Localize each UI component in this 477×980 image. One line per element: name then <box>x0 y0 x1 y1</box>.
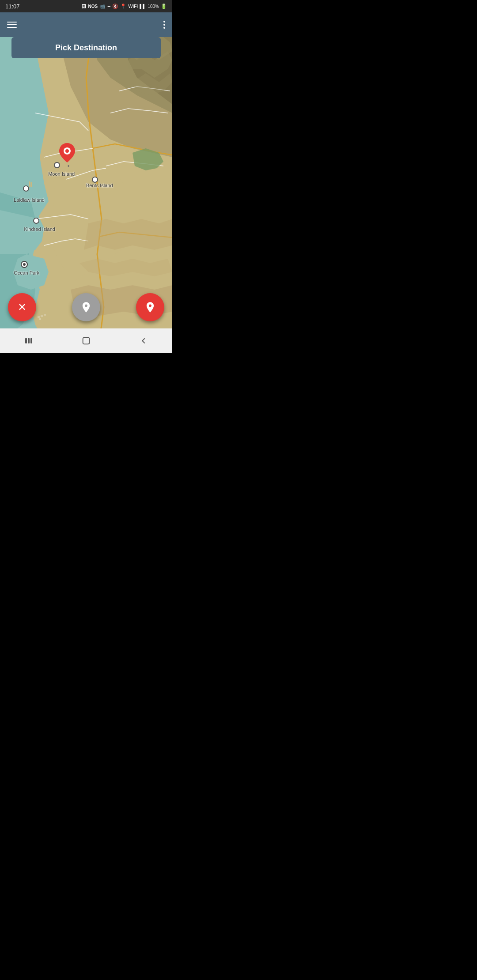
nos-label: NOS <box>88 4 98 9</box>
video-icon: 📹 <box>99 4 106 9</box>
map-container[interactable]: Moon Island Bents Island Laidlaw Island … <box>0 37 172 328</box>
more-options-button[interactable] <box>163 21 165 29</box>
wifi-icon: WiFi <box>128 4 138 9</box>
ocean-park-label: Ocean Park <box>14 270 39 275</box>
more-dot-2 <box>163 24 165 26</box>
hamburger-button[interactable] <box>7 22 17 28</box>
moon-island-label: Moon Island <box>48 171 75 177</box>
recent-apps-button[interactable] <box>15 332 42 350</box>
mute-icon: 🔇 <box>112 4 118 9</box>
bents-island-label: Bents Island <box>86 183 113 188</box>
back-icon <box>139 336 148 346</box>
cancel-button[interactable]: ✕ <box>8 293 36 321</box>
status-bar: 11:07 🖼 NOS 📹 •• 🔇 📍 WiFi ▌▌ 100% 🔋 <box>0 0 172 12</box>
destination-pin[interactable] <box>59 143 75 162</box>
photo-icon: 🖼 <box>82 4 87 9</box>
navigation-bar <box>0 328 172 353</box>
location-status-icon: 📍 <box>120 4 126 9</box>
svg-rect-9 <box>25 338 27 343</box>
battery-text: 100% <box>148 4 159 9</box>
cancel-icon: ✕ <box>18 302 26 313</box>
hamburger-line-2 <box>7 24 17 25</box>
bents-island-marker[interactable] <box>92 177 98 183</box>
svg-rect-2 <box>41 315 43 317</box>
back-button[interactable] <box>130 332 157 350</box>
svg-rect-4 <box>39 318 41 320</box>
more-dot-1 <box>163 21 165 23</box>
svg-rect-11 <box>30 338 32 343</box>
hamburger-line-1 <box>7 22 17 23</box>
kindred-island-label: Kindred Island <box>24 226 55 232</box>
kindred-island-marker[interactable] <box>33 218 39 224</box>
dots-icon: •• <box>107 4 110 9</box>
svg-rect-3 <box>44 314 46 316</box>
laidlaw-island-marker[interactable] <box>23 185 29 192</box>
svg-rect-1 <box>38 316 40 318</box>
home-icon <box>81 336 91 346</box>
more-dot-3 <box>163 27 165 29</box>
hamburger-line-3 <box>7 27 17 28</box>
svg-rect-5 <box>29 181 30 187</box>
signal-icon: ▌▌ <box>140 4 146 9</box>
battery-icon: 🔋 <box>161 4 167 9</box>
app-header <box>0 12 172 37</box>
status-time: 11:07 <box>5 3 20 10</box>
confirm-location-icon <box>144 301 156 313</box>
status-icons: 🖼 NOS 📹 •• 🔇 📍 WiFi ▌▌ 100% 🔋 <box>82 4 167 9</box>
recent-apps-icon <box>23 335 34 346</box>
pick-destination-button[interactable]: Pick Destination <box>11 37 161 58</box>
confirm-destination-button[interactable] <box>136 293 164 321</box>
home-button[interactable] <box>73 332 99 350</box>
moon-island-marker[interactable] <box>54 162 60 168</box>
my-location-button[interactable] <box>72 293 100 321</box>
svg-rect-10 <box>28 338 30 343</box>
svg-rect-12 <box>83 338 90 344</box>
svg-rect-6 <box>30 182 32 187</box>
laidlaw-island-label: Laidlaw Island <box>14 197 45 203</box>
location-icon <box>80 301 92 313</box>
ocean-park-marker[interactable] <box>21 261 28 268</box>
svg-point-8 <box>65 149 69 153</box>
pick-destination-label: Pick Destination <box>55 43 117 53</box>
